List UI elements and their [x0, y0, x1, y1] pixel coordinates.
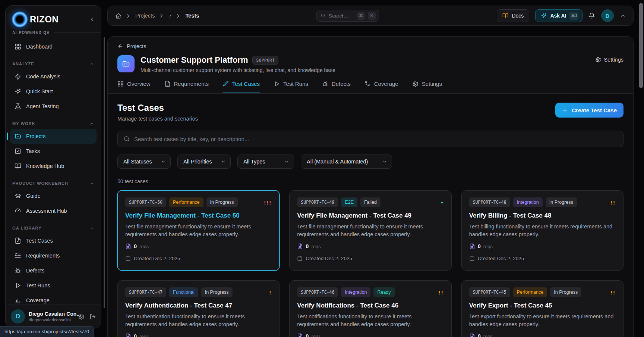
sidebar-item-knowledge-hub[interactable]: Knowledge Hub: [10, 159, 97, 174]
brand-orb-icon: [12, 11, 28, 28]
priority-indicator: !: [266, 289, 272, 296]
arrow-left-icon: [117, 43, 123, 49]
test-case-card-support-tc-45[interactable]: SUPPORT-TC-45PerformanceIn Progress!!Ver…: [461, 280, 624, 337]
sidebar-item-projects[interactable]: Projects: [10, 129, 97, 144]
chevron-right-icon: [125, 13, 132, 19]
sidebar-item-agent-testing[interactable]: Agent Testing: [10, 99, 97, 114]
global-search[interactable]: Search... ⌘ K: [316, 10, 379, 22]
type-badge: E2E: [341, 197, 357, 207]
test-case-card-support-tc-48[interactable]: SUPPORT-TC-48IntegrationIn Progress!!Ver…: [461, 190, 624, 271]
tab-test-runs[interactable]: Test Runs: [274, 81, 308, 93]
sidebar-section-my-work[interactable]: MY WORK: [10, 118, 97, 129]
sidebar-scrollbar[interactable]: [104, 37, 105, 308]
tab-requirements[interactable]: Requirements: [164, 81, 209, 93]
priority-indicator: !!: [607, 289, 616, 296]
user-avatar[interactable]: D: [11, 309, 25, 324]
test-case-title-link[interactable]: Verify Export - Test Case 45: [469, 302, 616, 309]
sidebar-item-label: Dashboard: [26, 44, 53, 50]
test-case-title-link[interactable]: Verify Authentication - Test Case 47: [125, 302, 272, 309]
test-case-search-input[interactable]: [134, 136, 618, 142]
reqs-label: reqs: [139, 334, 149, 337]
status-badge: Failed: [360, 197, 381, 207]
sidebar-item-dashboard[interactable]: Dashboard: [10, 39, 97, 54]
sidebar-section-product-workbench[interactable]: PRODUCT WORKBENCH: [10, 178, 97, 188]
test-case-card-support-tc-49[interactable]: SUPPORT-TC-49E2EFailed•Verify File Manag…: [289, 190, 451, 271]
filter-all-statuses[interactable]: All Statuses: [117, 155, 171, 169]
tab-defects[interactable]: Defects: [322, 81, 351, 93]
section-titles: Test Cases Manage test cases and scenari…: [117, 103, 198, 122]
card-badges: SUPPORT-TC-50PerformanceIn Progress!!!: [125, 197, 272, 207]
filter-all-types[interactable]: All Types: [237, 155, 294, 169]
sidebar-item-guide[interactable]: Guide: [10, 188, 97, 203]
file-text-icon: [297, 243, 303, 249]
docs-button[interactable]: Docs: [497, 9, 529, 22]
sidebar-item-defects[interactable]: Defects: [10, 263, 97, 278]
sidebar-item-label: Quick Start: [26, 88, 53, 94]
reqs-row: 0reqs: [469, 243, 616, 249]
test-case-card-support-tc-46[interactable]: SUPPORT-TC-46IntegrationReady!!Verify No…: [289, 280, 451, 337]
test-case-title-link[interactable]: Verify File Management - Test Case 49: [297, 212, 443, 219]
sidebar-item-quick-start[interactable]: Quick Start: [10, 84, 97, 99]
test-case-card-support-tc-50[interactable]: SUPPORT-TC-50PerformanceIn Progress!!!Ve…: [117, 190, 280, 271]
filter-all-manual-automated[interactable]: All (Manual & Automated): [301, 155, 392, 169]
test-case-description: Test billing functionality to ensure it …: [469, 223, 616, 238]
test-case-title-link[interactable]: Verify File Management - Test Case 50: [125, 212, 272, 219]
user-card[interactable]: D Diego Cavalari Con... diegocavalaricon…: [6, 305, 101, 328]
tab-label: Test Runs: [283, 81, 308, 87]
sidebar-section-qa-library[interactable]: QA LIBRARY: [10, 223, 97, 233]
filter-all-priorities[interactable]: All Priorities: [177, 155, 231, 169]
create-test-case-button[interactable]: Create Test Case: [555, 103, 624, 118]
chevron-down-icon: [284, 159, 289, 164]
tab-label: Defects: [332, 81, 351, 87]
test-cases-section: Test Cases Manage test cases and scenari…: [108, 94, 633, 337]
ask-ai-button[interactable]: Ask AI ⌘J: [535, 9, 583, 22]
sidebar-section-analyze[interactable]: ANALYZE: [10, 59, 97, 69]
main-panel: Projects Customer Support Platform SUPPO…: [107, 36, 634, 337]
reqs-row: 0reqs: [125, 333, 272, 337]
created-date-row: Created Dec 2, 2025: [469, 256, 616, 261]
project-description: Multi-channel customer support system wi…: [141, 67, 335, 73]
sidebar-item-coverage[interactable]: Coverage: [10, 293, 97, 305]
chevron-right-icon: [158, 13, 165, 19]
project-settings-button[interactable]: Settings: [595, 57, 624, 63]
test-case-key-badge: SUPPORT-TC-47: [125, 287, 166, 297]
tab-test-cases[interactable]: Test Cases: [222, 81, 260, 93]
created-date-row: Created Dec 2, 2025: [125, 256, 272, 261]
bar-chart-icon: [15, 297, 21, 304]
breadcrumb-7[interactable]: 7: [168, 13, 171, 19]
sparkles-icon: [15, 88, 21, 95]
sidebar-item-test-runs[interactable]: Test Runs: [10, 278, 97, 293]
card-badges: SUPPORT-TC-46IntegrationReady!!: [297, 287, 443, 297]
account-menu-chevron-icon[interactable]: [620, 13, 626, 19]
logout-icon[interactable]: [89, 313, 96, 320]
tab-overview[interactable]: Overview: [117, 81, 151, 93]
test-case-card-support-tc-47[interactable]: SUPPORT-TC-47FunctionalIn Progress!Verif…: [117, 280, 280, 337]
topbar-avatar[interactable]: D: [601, 9, 614, 22]
sidebar-item-tasks[interactable]: Tasks: [10, 144, 97, 159]
sidebar-collapse-button[interactable]: [89, 16, 95, 22]
status-badge: In Progress: [206, 197, 238, 207]
calendar-icon: [469, 256, 475, 261]
cmd-keycap: ⌘: [357, 12, 365, 20]
back-to-projects-link[interactable]: Projects: [117, 43, 146, 49]
ask-ai-label: Ask AI: [550, 13, 566, 19]
sidebar-item-assessment-hub[interactable]: Assessment Hub: [10, 203, 97, 218]
home-icon[interactable]: [115, 13, 121, 19]
test-case-title-link[interactable]: Verify Billing - Test Case 48: [469, 212, 616, 219]
status-badge: In Progress: [546, 197, 577, 207]
breadcrumb-projects[interactable]: Projects: [135, 13, 155, 19]
notifications-bell-icon[interactable]: [588, 12, 595, 19]
sidebar-item-label: Knowledge Hub: [26, 163, 64, 169]
file-text-icon: [164, 81, 171, 87]
priority-indicator: !!: [607, 199, 616, 206]
breadcrumb-tests[interactable]: Tests: [185, 13, 199, 19]
page-scrollbar[interactable]: [639, 3, 643, 88]
tab-settings[interactable]: Settings: [412, 81, 442, 93]
test-case-title-link[interactable]: Verify Notifications - Test Case 46: [297, 302, 443, 309]
sidebar-item-test-cases[interactable]: Test Cases: [10, 233, 97, 248]
sidebar-item-requirements[interactable]: Requirements: [10, 248, 97, 263]
tab-coverage[interactable]: Coverage: [364, 81, 398, 93]
sidebar-item-code-analysis[interactable]: Code Analysis: [10, 69, 97, 84]
project-row: Customer Support Platform SUPPORT Multi-…: [117, 55, 624, 73]
user-settings-icon[interactable]: [78, 313, 85, 320]
